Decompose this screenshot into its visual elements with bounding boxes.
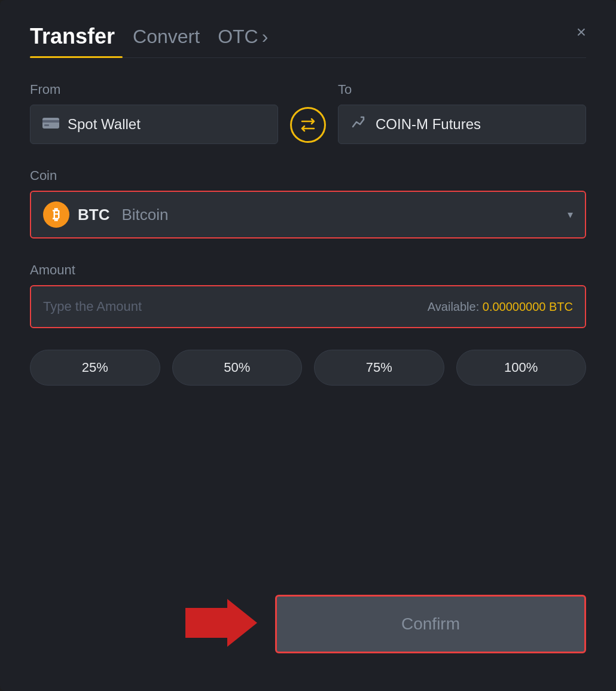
swap-arrows-icon bbox=[298, 115, 318, 134]
to-section: To COIN-M Futures bbox=[338, 82, 586, 144]
coin-selector[interactable]: ₿ BTC Bitcoin ▾ bbox=[30, 191, 586, 239]
coin-label: Coin bbox=[30, 168, 57, 183]
to-label: To bbox=[338, 82, 586, 97]
close-button[interactable]: × bbox=[577, 24, 586, 41]
tab-otc[interactable]: OTC › bbox=[218, 26, 268, 55]
from-wallet-selector[interactable]: Spot Wallet bbox=[30, 105, 278, 144]
transfer-modal: Transfer Convert OTC › × From Spot bbox=[0, 0, 616, 691]
futures-icon bbox=[350, 116, 367, 133]
amount-section: Amount Type the Amount Available: 0.0000… bbox=[30, 262, 586, 328]
pct-75-button[interactable]: 75% bbox=[314, 350, 444, 386]
tab-otc-label: OTC bbox=[218, 26, 258, 48]
svg-marker-3 bbox=[185, 599, 257, 647]
btc-icon: ₿ bbox=[43, 201, 69, 228]
pct-25-button[interactable]: 25% bbox=[30, 350, 160, 386]
to-wallet-selector[interactable]: COIN-M Futures bbox=[338, 105, 586, 144]
svg-rect-2 bbox=[44, 124, 49, 126]
amount-box: Type the Amount Available: 0.00000000 BT… bbox=[30, 285, 586, 328]
to-wallet-name: COIN-M Futures bbox=[376, 116, 481, 133]
from-section: From Spot Wallet bbox=[30, 82, 278, 144]
coin-section: Coin ₿ BTC Bitcoin ▾ bbox=[30, 168, 586, 239]
available-label: Available: bbox=[428, 300, 479, 313]
confirm-row: Confirm bbox=[30, 593, 586, 655]
arrow-indicator bbox=[185, 593, 257, 655]
coin-full-name: Bitcoin bbox=[121, 206, 168, 224]
tab-divider bbox=[30, 56, 586, 58]
amount-label: Amount bbox=[30, 262, 75, 277]
tab-transfer[interactable]: Transfer bbox=[30, 24, 115, 56]
amount-placeholder[interactable]: Type the Amount bbox=[43, 299, 142, 314]
pct-100-button[interactable]: 100% bbox=[456, 350, 587, 386]
from-wallet-name: Spot Wallet bbox=[68, 116, 141, 133]
available-text: Available: 0.00000000 BTC bbox=[428, 300, 573, 314]
coin-chevron-icon: ▾ bbox=[568, 208, 573, 221]
from-to-row: From Spot Wallet To bbox=[30, 82, 586, 144]
wallet-card-icon bbox=[42, 117, 59, 132]
divider-rest bbox=[123, 57, 586, 58]
svg-rect-1 bbox=[42, 120, 59, 123]
pct-50-button[interactable]: 50% bbox=[172, 350, 303, 386]
coin-symbol: BTC bbox=[78, 206, 109, 224]
available-value: 0.00000000 BTC bbox=[483, 300, 573, 313]
active-tab-underline bbox=[30, 56, 123, 58]
svg-rect-0 bbox=[42, 118, 59, 129]
modal-header: Transfer Convert OTC › × bbox=[30, 24, 586, 56]
confirm-button[interactable]: Confirm bbox=[275, 595, 586, 653]
tab-convert[interactable]: Convert bbox=[133, 26, 200, 55]
swap-button[interactable] bbox=[290, 107, 326, 143]
from-label: From bbox=[30, 82, 278, 97]
percentage-row: 25% 50% 75% 100% bbox=[30, 350, 586, 386]
tab-otc-chevron: › bbox=[262, 26, 269, 48]
